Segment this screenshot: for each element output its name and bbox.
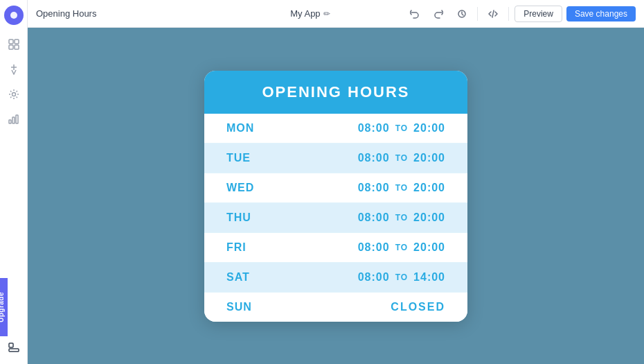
schedule-row: TUE08:00TO20:00 [204, 144, 467, 173]
upgrade-button[interactable]: Upgrade [0, 278, 8, 336]
to-label: TO [395, 123, 408, 133]
time-range: CLOSED [282, 301, 445, 313]
svg-point-0 [10, 12, 17, 19]
schedule-row: FRI08:00TO20:00 [204, 233, 467, 263]
day-label: MON [226, 122, 282, 135]
sidebar-item-grid[interactable] [3, 33, 25, 55]
open-time: 08:00 [358, 241, 390, 254]
code-button[interactable] [483, 4, 503, 24]
day-label: TUE [226, 152, 282, 164]
edit-icon[interactable]: ✏ [323, 9, 330, 19]
preview-button[interactable]: Preview [515, 6, 562, 22]
schedule-row: WED08:00TO20:00 [204, 173, 467, 203]
day-label: SAT [226, 271, 282, 284]
sidebar-item-profile[interactable] [3, 336, 25, 358]
open-time: 08:00 [358, 182, 390, 194]
to-label: TO [395, 183, 408, 193]
sidebar-item-chart[interactable] [3, 108, 25, 130]
page-title: Opening Hours [36, 8, 215, 19]
card-body: MON08:00TO20:00TUE08:00TO20:00WED08:00TO… [204, 114, 467, 322]
close-time: 20:00 [413, 241, 445, 254]
to-label: TO [395, 153, 408, 163]
to-label: TO [395, 272, 408, 282]
close-time: 20:00 [413, 211, 445, 224]
schedule-row: MON08:00TO20:00 [204, 114, 467, 144]
undo-button[interactable] [405, 4, 424, 24]
svg-rect-7 [12, 117, 15, 123]
open-time: 08:00 [358, 122, 390, 135]
topbar: Opening Hours My App ✏ [28, 0, 644, 28]
app-name-area: My App ✏ [221, 8, 400, 19]
closed-label: CLOSED [391, 301, 445, 313]
schedule-row: SUNCLOSED [204, 293, 467, 322]
time-range: 08:00TO20:00 [282, 241, 445, 254]
schedule-row: SAT08:00TO14:00 [204, 263, 467, 293]
to-label: TO [395, 213, 408, 223]
close-time: 20:00 [413, 152, 445, 164]
toolbar-divider2 [508, 7, 509, 21]
close-time: 20:00 [413, 182, 445, 194]
canvas-area: OPENING HOURS MON08:00TO20:00TUE08:00TO2… [28, 28, 644, 364]
close-time: 14:00 [413, 271, 445, 284]
close-time: 20:00 [413, 122, 445, 135]
svg-rect-9 [9, 349, 19, 352]
svg-point-5 [12, 93, 15, 96]
open-time: 08:00 [358, 271, 390, 284]
schedule-row: THU08:00TO20:00 [204, 203, 467, 233]
svg-rect-2 [15, 40, 19, 44]
toolbar-divider [477, 7, 478, 21]
svg-rect-1 [9, 40, 13, 44]
time-range: 08:00TO20:00 [282, 182, 445, 194]
time-range: 08:00TO20:00 [282, 122, 445, 135]
time-range: 08:00TO14:00 [282, 271, 445, 284]
card-header: OPENING HOURS [204, 71, 467, 114]
svg-rect-3 [9, 45, 13, 49]
redo-button[interactable] [429, 4, 448, 24]
sidebar-item-settings[interactable] [3, 83, 25, 105]
time-range: 08:00TO20:00 [282, 211, 445, 224]
sidebar: Upgrade [0, 0, 28, 364]
main-area: Opening Hours My App ✏ [28, 0, 644, 364]
sidebar-item-pin[interactable] [3, 58, 25, 80]
svg-rect-8 [16, 115, 18, 123]
svg-rect-6 [9, 120, 11, 123]
day-label: SUN [226, 301, 282, 313]
history-button[interactable] [452, 4, 472, 24]
day-label: WED [226, 182, 282, 194]
open-time: 08:00 [358, 152, 390, 164]
save-button[interactable]: Save changes [566, 6, 636, 21]
day-label: FRI [226, 241, 282, 254]
svg-rect-10 [9, 343, 13, 347]
open-time: 08:00 [358, 211, 390, 224]
opening-hours-card: OPENING HOURS MON08:00TO20:00TUE08:00TO2… [204, 71, 467, 322]
day-label: THU [226, 211, 282, 224]
time-range: 08:00TO20:00 [282, 152, 445, 164]
app-name-label: My App [290, 8, 320, 19]
svg-rect-4 [15, 45, 19, 49]
card-title: OPENING HOURS [221, 83, 451, 101]
app-logo [4, 6, 24, 25]
topbar-actions: Preview Save changes [405, 4, 636, 24]
to-label: TO [395, 243, 408, 252]
